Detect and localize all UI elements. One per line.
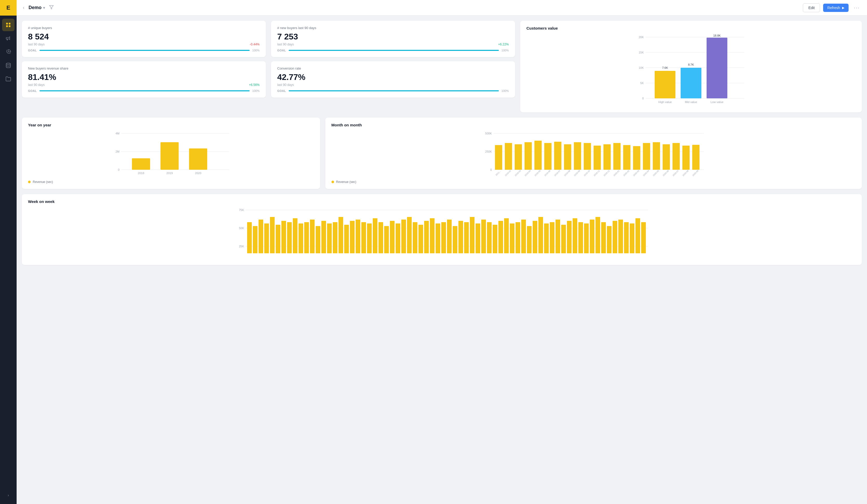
svg-text:2019-12: 2019-12 bbox=[603, 170, 610, 177]
unique-buyers-change: -0.44% bbox=[250, 43, 259, 46]
conversion-rate-sub: last 90 days bbox=[277, 83, 509, 87]
metric-section-middle: # new buyers last 90 days 7 253 last 90 … bbox=[271, 21, 515, 112]
svg-text:2020-05: 2020-05 bbox=[652, 170, 660, 177]
svg-rect-141 bbox=[533, 221, 537, 253]
sidebar-item-folder[interactable] bbox=[2, 73, 14, 85]
svg-rect-98 bbox=[287, 222, 292, 253]
svg-rect-128 bbox=[458, 221, 463, 253]
svg-rect-107 bbox=[339, 217, 343, 253]
edit-button[interactable]: Edit bbox=[803, 3, 820, 12]
svg-rect-142 bbox=[538, 217, 543, 253]
svg-text:2011-..: 2011-.. bbox=[495, 170, 501, 176]
svg-rect-99 bbox=[293, 218, 298, 253]
sidebar-item-database[interactable] bbox=[2, 59, 14, 72]
svg-text:7.6K: 7.6K bbox=[662, 66, 668, 69]
svg-text:2020-04: 2020-04 bbox=[642, 170, 650, 177]
svg-rect-109 bbox=[350, 221, 355, 253]
svg-text:0: 0 bbox=[490, 168, 492, 171]
svg-rect-75 bbox=[653, 142, 660, 170]
svg-rect-51 bbox=[534, 141, 542, 170]
unique-buyers-goal-fill bbox=[40, 50, 250, 51]
svg-rect-145 bbox=[556, 219, 560, 253]
year-on-year-chart: 4M 2M 0 2018 2019 bbox=[28, 131, 314, 178]
month-on-month-legend-label: Revenue (sec) bbox=[336, 180, 356, 184]
svg-rect-67 bbox=[613, 143, 620, 170]
svg-text:2018: 2018 bbox=[138, 172, 144, 175]
metric-section-left: # unique buyers 8 524 last 90 days -0.44… bbox=[22, 21, 266, 112]
svg-rect-112 bbox=[367, 224, 372, 253]
month-legend-dot bbox=[331, 181, 334, 183]
svg-rect-156 bbox=[618, 219, 623, 253]
svg-text:18.8K: 18.8K bbox=[713, 34, 721, 37]
svg-text:2019-11: 2019-11 bbox=[593, 170, 600, 177]
filter-icon[interactable] bbox=[49, 5, 54, 11]
svg-text:20K: 20K bbox=[639, 35, 644, 39]
svg-rect-101 bbox=[304, 222, 309, 253]
dashboard-content: # unique buyers 8 524 last 90 days -0.44… bbox=[17, 15, 867, 504]
svg-rect-124 bbox=[436, 224, 440, 253]
svg-rect-127 bbox=[453, 226, 457, 253]
svg-rect-114 bbox=[378, 222, 383, 253]
back-button[interactable]: ‹ bbox=[22, 4, 25, 11]
sidebar-item-megaphone[interactable] bbox=[2, 32, 14, 45]
svg-rect-3 bbox=[9, 25, 10, 27]
svg-rect-135 bbox=[499, 221, 503, 253]
svg-text:High value: High value bbox=[658, 100, 672, 104]
svg-text:2019-02: 2019-02 bbox=[504, 170, 512, 177]
unique-buyers-goal-pct: 100% bbox=[252, 49, 259, 52]
svg-rect-125 bbox=[441, 222, 446, 253]
year-on-year-legend-label: Revenue (sec) bbox=[33, 180, 53, 184]
svg-point-4 bbox=[6, 63, 11, 65]
title-text: Demo bbox=[29, 5, 42, 10]
svg-rect-71 bbox=[633, 146, 640, 170]
svg-rect-105 bbox=[327, 224, 332, 253]
svg-rect-65 bbox=[603, 144, 611, 170]
month-on-month-legend: Revenue (sec) bbox=[331, 180, 856, 184]
svg-rect-154 bbox=[607, 226, 612, 253]
new-buyers-goal-bar bbox=[289, 50, 499, 51]
sidebar-logo[interactable]: E bbox=[0, 0, 17, 15]
megaphone-icon bbox=[6, 35, 11, 41]
svg-rect-96 bbox=[276, 225, 280, 253]
svg-text:2019-05: 2019-05 bbox=[534, 170, 541, 177]
main-content: ‹ Demo ▾ Edit Refresh ▶ ··· bbox=[17, 0, 867, 504]
svg-rect-157 bbox=[624, 222, 629, 253]
conversion-rate-goal-pct: 100% bbox=[502, 89, 509, 93]
sidebar-expand-button[interactable]: › bbox=[2, 491, 14, 500]
sidebar-item-dashboard[interactable] bbox=[2, 19, 14, 31]
svg-marker-5 bbox=[50, 6, 53, 9]
refresh-button[interactable]: Refresh ▶ bbox=[823, 4, 848, 12]
svg-rect-57 bbox=[564, 144, 571, 170]
year-on-year-card: Year on year 4M 2M 0 2018 bbox=[22, 118, 320, 189]
header: ‹ Demo ▾ Edit Refresh ▶ ··· bbox=[17, 0, 867, 15]
customers-value-chart: 20K 15K 10K 5K 0 7.6K Hi bbox=[526, 34, 856, 107]
new-buyers-change: +6.22% bbox=[498, 43, 509, 46]
revenue-share-title: New buyers revenue share bbox=[28, 66, 259, 70]
conversion-rate-goal-bar bbox=[289, 90, 499, 92]
svg-rect-53 bbox=[544, 143, 552, 170]
refresh-label: Refresh bbox=[827, 6, 840, 10]
title-chevron-icon[interactable]: ▾ bbox=[43, 6, 45, 10]
svg-rect-117 bbox=[396, 224, 400, 253]
conversion-rate-period: last 90 days bbox=[277, 83, 294, 87]
svg-rect-95 bbox=[270, 217, 275, 253]
sidebar-item-analytics[interactable] bbox=[2, 46, 14, 58]
svg-rect-45 bbox=[505, 143, 512, 170]
svg-rect-22 bbox=[707, 37, 727, 98]
svg-rect-100 bbox=[299, 224, 303, 253]
svg-text:5K: 5K bbox=[640, 82, 644, 85]
svg-rect-113 bbox=[373, 218, 377, 253]
new-buyers-goal-fill bbox=[289, 50, 499, 51]
svg-rect-138 bbox=[515, 222, 520, 253]
svg-rect-93 bbox=[258, 219, 263, 253]
legend-dot bbox=[28, 181, 31, 183]
svg-text:2020-07: 2020-07 bbox=[672, 170, 679, 177]
refresh-arrow-icon: ▶ bbox=[842, 6, 844, 10]
sidebar: E bbox=[0, 0, 17, 504]
svg-text:2019-04: 2019-04 bbox=[524, 170, 531, 177]
more-options-button[interactable]: ··· bbox=[852, 4, 862, 12]
svg-rect-2 bbox=[6, 25, 8, 27]
svg-text:2020-01: 2020-01 bbox=[613, 170, 620, 177]
svg-rect-118 bbox=[401, 219, 406, 253]
svg-rect-147 bbox=[567, 221, 571, 253]
